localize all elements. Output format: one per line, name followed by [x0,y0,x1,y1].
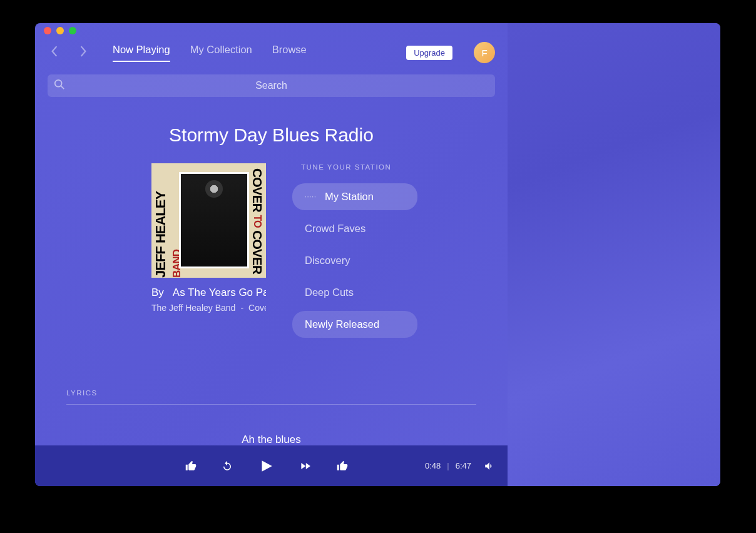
lyrics-heading: LYRICS [66,389,476,405]
search-input[interactable] [48,80,495,91]
album-art-text: COVER [250,230,265,274]
tuner-option-my-station[interactable]: ····· My Station [292,183,417,210]
tuner-option-newly-released[interactable]: Newly Released [292,311,417,338]
time-duration: 6:47 [456,461,471,470]
avatar[interactable]: F [474,42,495,63]
svg-line-1 [61,86,64,89]
tuner-option-label: My Station [325,191,374,203]
svg-point-0 [55,80,62,87]
window-traffic-lights[interactable] [35,23,508,31]
time-elapsed: 0:48 [425,461,441,470]
nav-back-icon[interactable] [50,46,59,59]
thumbs-down-button[interactable] [185,460,197,472]
album-art-text: JEFF HEALEY [153,191,168,278]
station-title: Stormy Day Blues Radio [35,124,508,146]
waveform-icon: ····· [305,193,316,200]
lyrics-line: Ah the blues [66,434,476,446]
album-art-text: COVER [250,168,265,212]
thumbs-up-button[interactable] [337,460,348,472]
right-side-panel [508,23,720,486]
skip-forward-button[interactable] [299,460,312,472]
tab-browse[interactable]: Browse [272,44,307,62]
play-button[interactable] [258,458,274,474]
track-artist[interactable]: The Jeff Healey Band [151,303,235,313]
album-art-text: TO [252,215,263,228]
volume-button[interactable] [484,460,495,472]
track-title[interactable]: As The Years Go Passing By [173,287,266,299]
search-icon [54,79,65,93]
player-bar: 0:48 | 6:47 [35,445,508,486]
tab-my-collection[interactable]: My Collection [190,44,252,62]
tuner-heading: TUNE YOUR STATION [301,163,455,171]
track-separator: - [240,303,243,313]
tuner-option-deep-cuts[interactable]: Deep Cuts [292,279,417,306]
replay-button[interactable] [222,460,233,472]
search-bar[interactable] [48,74,495,97]
track-by-label: By [151,287,164,299]
time-separator: | [447,461,449,470]
tab-now-playing[interactable]: Now Playing [113,44,170,62]
track-album[interactable]: Cover To Cover [248,303,266,313]
album-art[interactable]: JEFF HEALEY BAND COVER TO COVER [151,163,266,278]
tuner-option-crowd-faves[interactable]: Crowd Faves [292,215,417,242]
tuner-option-discovery[interactable]: Discovery [292,247,417,274]
nav-forward-icon[interactable] [79,46,88,59]
upgrade-button[interactable]: Upgrade [406,46,452,60]
